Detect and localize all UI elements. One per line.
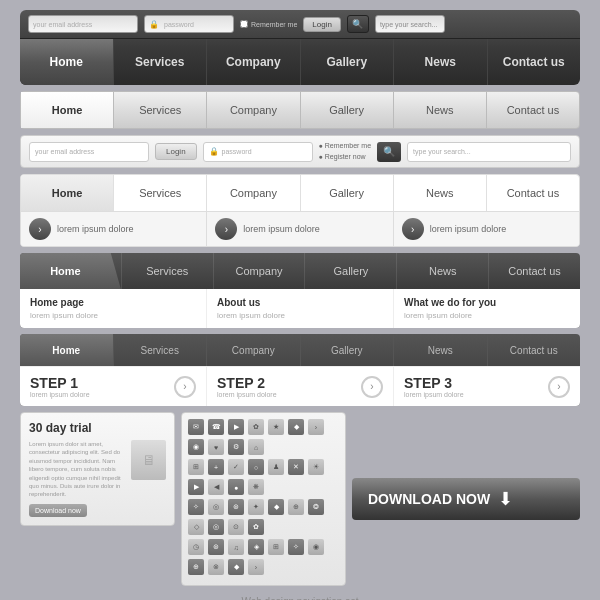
icon-sparkle[interactable]: ✧ (188, 499, 204, 515)
icon-flower2[interactable]: ✿ (248, 519, 264, 535)
icon-plus2[interactable]: ⊕ (288, 499, 304, 515)
download-button[interactable]: DOWNLOAD NOW ⬇ (352, 478, 580, 520)
icon-star[interactable]: ★ (268, 419, 284, 435)
trial-body: Lorem ipsum dolor sit amet, consectetur … (29, 440, 166, 499)
icon-x2[interactable]: ⊗ (208, 559, 224, 575)
icon-snowflake[interactable]: ❋ (248, 479, 264, 495)
icon-dot[interactable]: ● (228, 479, 244, 495)
search-input-1[interactable]: type your search... (375, 15, 445, 33)
icon-diamond4[interactable]: ◆ (228, 559, 244, 575)
nav6-company[interactable]: Company (207, 334, 301, 366)
trial-title: 30 day trial (29, 421, 166, 435)
icon-sparkle2[interactable]: ✧ (288, 539, 304, 555)
icon-sun2[interactable]: ❂ (308, 499, 324, 515)
password-input-3[interactable]: 🔒 password (203, 142, 313, 162)
icon-diamond2[interactable]: ◆ (268, 499, 284, 515)
nav6-services[interactable]: Services (114, 334, 208, 366)
icon-arrow-r2[interactable]: › (248, 559, 264, 575)
icon-diamond[interactable]: ◆ (288, 419, 304, 435)
banner-circle-btn-3[interactable]: › (402, 218, 424, 240)
nav2-company[interactable]: Company (207, 92, 300, 128)
step-circle-3[interactable]: › (548, 376, 570, 398)
icon-gear[interactable]: ⚙ (228, 439, 244, 455)
icon-back[interactable]: ◀ (208, 479, 224, 495)
nav5-news[interactable]: News (396, 253, 488, 289)
banner-circle-btn-1[interactable]: › (29, 218, 51, 240)
icon-plus3[interactable]: ⊕ (188, 559, 204, 575)
search-button-1[interactable]: 🔍 (347, 15, 369, 33)
icon-grid2[interactable]: ◈ (248, 539, 264, 555)
icon-circle4[interactable]: ◉ (308, 539, 324, 555)
login-button-3[interactable]: Login (155, 143, 197, 160)
icon-sun[interactable]: ☀ (308, 459, 324, 475)
icon-flower[interactable]: ✿ (248, 419, 264, 435)
icon-play[interactable]: ▶ (228, 419, 244, 435)
trial-download-button[interactable]: Download now (29, 504, 87, 517)
icon-diamond3[interactable]: ◇ (188, 519, 204, 535)
icon-circle1[interactable]: ○ (248, 459, 264, 475)
nav6-news[interactable]: News (394, 334, 488, 366)
nav2-news[interactable]: News (394, 92, 487, 128)
nav5-col-1: Home page lorem ipsum dolore (20, 289, 207, 328)
nav5-contact[interactable]: Contact us (488, 253, 580, 289)
nav2-home[interactable]: Home (21, 92, 114, 128)
icon-clock[interactable]: ◷ (188, 539, 204, 555)
icon-grid3[interactable]: ⊞ (268, 539, 284, 555)
icon-plus[interactable]: + (208, 459, 224, 475)
icon-circle2[interactable]: ◎ (208, 499, 224, 515)
nav6-contact[interactable]: Contact us (488, 334, 581, 366)
icon-heart[interactable]: ♥ (208, 439, 224, 455)
icon-grid1[interactable]: ⊞ (188, 459, 204, 475)
search-button-3[interactable]: 🔍 (377, 142, 401, 162)
password-input-1[interactable]: 🔒 password (144, 15, 234, 33)
nav1-company[interactable]: Company (207, 39, 301, 85)
nav5-services[interactable]: Services (121, 253, 213, 289)
step-num-1: STEP 1 (30, 375, 166, 391)
nav1-contact[interactable]: Contact us (488, 39, 581, 85)
icon-dot2[interactable]: ⊙ (228, 519, 244, 535)
nav4-home[interactable]: Home (21, 175, 114, 211)
icon-x[interactable]: ✕ (288, 459, 304, 475)
login-button-1[interactable]: Login (303, 17, 341, 32)
email-input-3[interactable]: your email address (29, 142, 149, 162)
banner-text-3: lorem ipsum dolore (430, 224, 507, 234)
nav4-company[interactable]: Company (207, 175, 300, 211)
step-circle-1[interactable]: › (174, 376, 196, 398)
icon-play2[interactable]: ▶ (188, 479, 204, 495)
icon-user[interactable]: ♟ (268, 459, 284, 475)
icon-music[interactable]: ♫ (228, 539, 244, 555)
banner-circle-btn-2[interactable]: › (215, 218, 237, 240)
step-circle-2[interactable]: › (361, 376, 383, 398)
nav1-home[interactable]: Home (20, 39, 114, 85)
icon-home[interactable]: ⌂ (248, 439, 264, 455)
nav2-services[interactable]: Services (114, 92, 207, 128)
step-num-3: STEP 3 (404, 375, 540, 391)
icon-circle3[interactable]: ◎ (208, 519, 224, 535)
icon-target[interactable]: ⊛ (228, 499, 244, 515)
nav4-news[interactable]: News (394, 175, 487, 211)
nav4-contact[interactable]: Contact us (487, 175, 579, 211)
nav2-contact[interactable]: Contact us (487, 92, 579, 128)
nav6-gallery[interactable]: Gallery (301, 334, 395, 366)
icon-arrow-r1[interactable]: › (308, 419, 324, 435)
icon-rss[interactable]: ◉ (188, 439, 204, 455)
icon-star2[interactable]: ✦ (248, 499, 264, 515)
nav2-gallery[interactable]: Gallery (301, 92, 394, 128)
nav5-home[interactable]: Home (20, 253, 121, 289)
nav1-news[interactable]: News (394, 39, 488, 85)
icon-target2[interactable]: ⊛ (208, 539, 224, 555)
search-input-3[interactable]: type your search... (407, 142, 571, 162)
nav1-services[interactable]: Services (114, 39, 208, 85)
icon-check[interactable]: ✓ (228, 459, 244, 475)
nav6-steps: STEP 1 lorem ipsum dolore › STEP 2 lorem… (20, 366, 580, 406)
nav5-gallery[interactable]: Gallery (304, 253, 396, 289)
nav1-gallery[interactable]: Gallery (301, 39, 395, 85)
icon-email[interactable]: ✉ (188, 419, 204, 435)
email-input-1[interactable]: your email address (28, 15, 138, 33)
icon-phone[interactable]: ☎ (208, 419, 224, 435)
nav5-company[interactable]: Company (213, 253, 305, 289)
remember-checkbox-1[interactable] (240, 20, 248, 28)
nav6-home[interactable]: Home (20, 334, 114, 366)
nav4-gallery[interactable]: Gallery (301, 175, 394, 211)
nav4-services[interactable]: Services (114, 175, 207, 211)
